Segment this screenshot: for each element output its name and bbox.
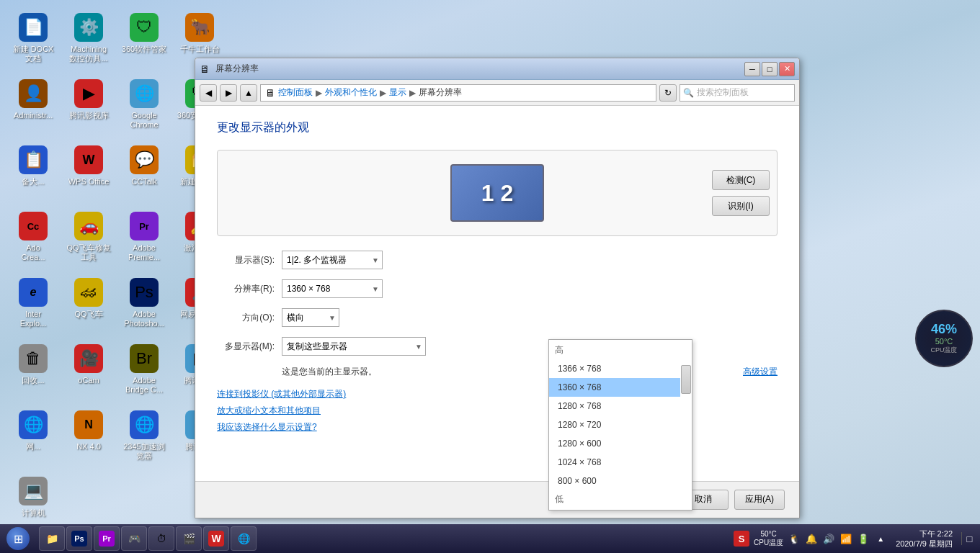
taskbar-item-ps[interactable]: Ps [66, 526, 92, 551]
monitor-row: 显示器(S): 1|2. 多个监视器 ▼ [217, 251, 778, 269]
qqfly-repair-icon: 🚗 [74, 212, 103, 240]
minimize-button[interactable]: ─ [744, 62, 760, 76]
display-settings-link[interactable]: 我应该选择什么显示设置? [217, 422, 317, 432]
taskbar-item-360[interactable]: ⏱ [148, 526, 174, 551]
back-button[interactable]: ◀ [200, 84, 217, 102]
cpu-widget: 46% 50°C CPU温度 [915, 310, 973, 367]
taskbar-item-wps[interactable]: W [203, 526, 229, 551]
desktop-icon-photoshop[interactable]: Ps AdobePhotosho... [118, 272, 170, 337]
taskbar-item-game[interactable]: 🎮 [121, 526, 147, 551]
up-button[interactable]: ▲ [240, 84, 257, 102]
premiere-label: AdobePremie... [128, 243, 160, 262]
desktop-icon-bridge[interactable]: Br AdobeBridge C... [118, 338, 170, 403]
taskbar-360-icon: ⏱ [153, 531, 169, 547]
dropdown-item-1366[interactable]: 1366 × 768 [549, 359, 680, 378]
taskbar-video-icon: 🎬 [181, 531, 197, 547]
tray-expand[interactable]: ▲ [874, 532, 887, 545]
breadcrumb: 🖥 控制面板 ▶ 外观和个性化 ▶ 显示 ▶ 屏幕分辨率 [260, 84, 656, 102]
desktop-icon-recycle[interactable]: 🗑 回收... [7, 338, 59, 403]
resolution-select[interactable]: 980 × 553 ▼ [282, 279, 383, 298]
multi-display-row: 多显示器(M): 复制这些显示器 ▼ [217, 337, 778, 356]
dropdown-item-1280x600[interactable]: 1280 × 600 [549, 434, 680, 453]
desktop-icon-nx4[interactable]: N NX 4.0 [63, 405, 115, 469]
cpu-percent: 46% [931, 322, 957, 337]
resolution-label: 分辨率(R): [217, 283, 275, 295]
cctalk-icon: 💬 [130, 145, 159, 174]
breadcrumb-icon: 🖥 [265, 87, 275, 99]
tray-qq[interactable]: 🐧 [788, 532, 801, 545]
desktop-icon-premiere[interactable]: Pr AdobePremie... [118, 206, 170, 271]
tianniu-label: 千牛工作台 [180, 45, 220, 54]
desktop-icon-tencent-video[interactable]: ▶ 腾讯影视库 [63, 73, 115, 138]
backup-icon: 📋 [19, 145, 48, 174]
adobe-cc-label: AdoCrea... [21, 243, 45, 262]
identify-button[interactable]: 识别(I) [712, 196, 770, 216]
taskbar-item-video[interactable]: 🎬 [176, 526, 202, 551]
desktop-icon-2345[interactable]: 🌐 2345加速浏览器 [118, 405, 170, 469]
projector-link[interactable]: 连接到投影仪 (或其他外部显示器) [217, 389, 346, 399]
desktop-icon-network[interactable]: 🌐 网... [7, 405, 59, 469]
taskbar-clock[interactable]: 下午 2:22 2020/7/9 星期四 [891, 529, 957, 549]
apply-button[interactable]: 应用(A) [734, 490, 785, 510]
breadcrumb-appearance[interactable]: 外观和个性化 [325, 86, 377, 99]
text-size-link[interactable]: 放大或缩小文本和其他项目 [217, 405, 321, 415]
breadcrumb-cp[interactable]: 控制面板 [278, 86, 313, 99]
dropdown-item-800x600[interactable]: 800 × 600 [549, 472, 680, 490]
orientation-select[interactable]: 横向 ▼ [282, 308, 339, 327]
desktop-icon-machining[interactable]: ⚙️ Machining数控仿具... [63, 7, 115, 72]
orientation-select-arrow: ▼ [329, 314, 336, 322]
breadcrumb-resolution: 屏幕分辨率 [419, 86, 462, 99]
start-button[interactable]: ⊞ [0, 524, 36, 553]
tray-network3[interactable]: 📶 [839, 532, 852, 545]
multi-display-label: 多显示器(M): [217, 341, 275, 353]
dropdown-item-1024x768[interactable]: 1024 × 768 [549, 453, 680, 472]
taskbar-item-pr[interactable]: Pr [94, 526, 120, 551]
computer-icon: 💻 [19, 477, 48, 505]
detect-button[interactable]: 检测(C) [712, 170, 770, 190]
desktop-icon-docx[interactable]: 📄 新建 DOCX文档 [7, 7, 59, 72]
maximize-button[interactable]: □ [762, 62, 778, 76]
desktop-icon-chrome[interactable]: 🌐 GoogleChrome [118, 73, 170, 138]
desktop-icon-admin[interactable]: 👤 Administr... [7, 73, 59, 138]
tray-speaker[interactable]: 🔊 [822, 532, 835, 545]
multi-display-select[interactable]: 复制这些显示器 ▼ [282, 337, 426, 356]
advanced-link[interactable]: 高级设置 [743, 366, 778, 378]
tray-sougou[interactable]: S [734, 531, 749, 547]
monitor-select[interactable]: 1|2. 多个监视器 ▼ [282, 251, 383, 269]
backup-label: 备大... [22, 177, 44, 186]
dropdown-item-1280x768[interactable]: 1280 × 768 [549, 397, 680, 415]
start-orb: ⊞ [6, 527, 30, 550]
desktop-icon-qqfly[interactable]: 🏎 QQ飞车 [63, 272, 115, 337]
taskbar-item-folder[interactable]: 📁 [39, 526, 65, 551]
content-title: 更改显示器的外观 [217, 120, 778, 135]
desktop-icon-qqfly-repair[interactable]: 🚗 QQ飞车修复工具 [63, 206, 115, 271]
network-icon: 🌐 [19, 410, 48, 439]
desktop-icon-ocam[interactable]: 🎥 oCam [63, 338, 115, 403]
desktop-icon-cctalk[interactable]: 💬 CCTalk [118, 140, 170, 204]
tencent-video-label: 腾讯影视库 [69, 111, 109, 120]
desktop-icon-backup[interactable]: 📋 备大... [7, 140, 59, 204]
window-icon: 🖥 [200, 63, 210, 75]
dropdown-item-1280x720[interactable]: 1280 × 720 [549, 415, 680, 434]
tray-battery[interactable]: 🔋 [857, 532, 870, 545]
ie-icon: e [19, 278, 48, 307]
bridge-icon: Br [130, 344, 159, 373]
tianniu-icon: 🐂 [185, 13, 214, 42]
desktop-icon-wps[interactable]: W WPS Office [63, 140, 115, 204]
forward-button[interactable]: ▶ [220, 84, 237, 102]
dropdown-item-1360[interactable]: 980 × 553 [549, 378, 680, 397]
desktop-icon-ie[interactable]: e InterExplo... [7, 272, 59, 337]
breadcrumb-display[interactable]: 显示 [389, 86, 406, 99]
wps-label: WPS Office [68, 177, 110, 186]
monitor-detect-buttons: 检测(C) 识别(I) [712, 170, 770, 216]
admin-label: Administr... [14, 111, 53, 120]
desktop-icon-adobe-cc[interactable]: Cc AdoCrea... [7, 206, 59, 271]
refresh-button[interactable]: ↻ [659, 84, 677, 102]
desktop-icon-360mgr[interactable]: 🛡 360软件管家 [118, 7, 170, 72]
tencent-video-icon: ▶ [74, 79, 103, 108]
taskbar-item-network2[interactable]: 🌐 [231, 526, 257, 551]
network-label: 网... [26, 442, 40, 451]
show-desktop-button[interactable]: □ [961, 532, 974, 545]
close-button[interactable]: ✕ [779, 62, 795, 76]
tray-bell[interactable]: 🔔 [805, 532, 818, 545]
